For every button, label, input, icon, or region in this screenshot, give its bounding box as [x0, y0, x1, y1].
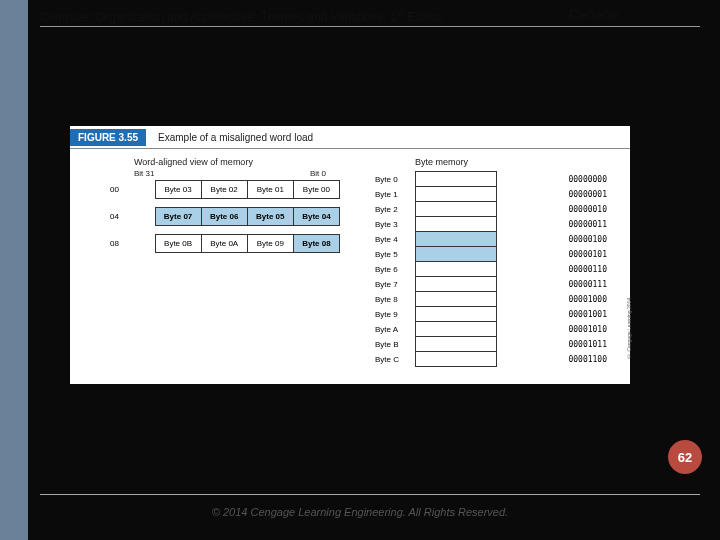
author-name: Clements — [569, 8, 620, 22]
word-view-title: Word-aligned view of memory — [110, 157, 340, 167]
word-cell: Byte 05 — [247, 208, 293, 226]
byte-cell — [416, 172, 497, 187]
row-address: 00 — [110, 181, 155, 199]
title-pre: Computer Organization and Architecture: … — [40, 10, 396, 24]
byte-row: Byte 600000110 — [375, 262, 607, 277]
bit-left-label: Bit 31 — [134, 169, 154, 178]
word-cell: Byte 02 — [201, 181, 247, 199]
byte-cell — [416, 337, 497, 352]
byte-table: Byte 000000000Byte 100000001Byte 2000000… — [375, 171, 607, 367]
byte-binary: 00000100 — [497, 232, 608, 247]
book-title: Computer Organization and Architecture: … — [40, 8, 443, 24]
byte-row: Byte C00001100 — [375, 352, 607, 367]
word-table: 00Byte 03Byte 02Byte 01Byte 0004Byte 07B… — [110, 180, 340, 253]
byte-cell — [416, 292, 497, 307]
row-address: 08 — [110, 235, 155, 253]
footer-rule — [40, 494, 700, 495]
copyright-footer: © 2014 Cengage Learning Engineering. All… — [0, 506, 720, 518]
byte-label: Byte 6 — [375, 262, 416, 277]
word-cell: Byte 0A — [201, 235, 247, 253]
byte-cell — [416, 322, 497, 337]
figure-caption: Example of a misaligned word load — [146, 132, 313, 143]
word-cell: Byte 08 — [293, 235, 339, 253]
title-post: Edition — [403, 10, 443, 24]
byte-binary: 00001010 — [497, 322, 608, 337]
byte-cell — [416, 187, 497, 202]
figure-credit: © Cengage Learning 2014 — [626, 209, 632, 359]
byte-binary: 00000110 — [497, 262, 608, 277]
byte-binary: 00001100 — [497, 352, 608, 367]
figure-header: FIGURE 3.55 Example of a misaligned word… — [70, 126, 630, 149]
word-cell: Byte 0B — [155, 235, 201, 253]
word-aligned-view: Word-aligned view of memory Bit 31 Bit 0… — [110, 157, 340, 253]
figure-container: FIGURE 3.55 Example of a misaligned word… — [70, 126, 630, 384]
bit-right-label: Bit 0 — [310, 169, 326, 178]
byte-row: Byte B00001011 — [375, 337, 607, 352]
byte-binary: 00000111 — [497, 277, 608, 292]
byte-cell — [416, 217, 497, 232]
byte-label: Byte 0 — [375, 172, 416, 187]
byte-cell — [416, 232, 497, 247]
byte-label: Byte 3 — [375, 217, 416, 232]
byte-label: Byte 5 — [375, 247, 416, 262]
byte-binary: 00000010 — [497, 202, 608, 217]
byte-row: Byte 900001001 — [375, 307, 607, 322]
byte-label: Byte 4 — [375, 232, 416, 247]
byte-row: Byte 700000111 — [375, 277, 607, 292]
word-cell: Byte 00 — [293, 181, 339, 199]
byte-row: Byte 400000100 — [375, 232, 607, 247]
header-rule — [40, 26, 700, 27]
byte-row: Byte 000000000 — [375, 172, 607, 187]
byte-cell — [416, 277, 497, 292]
byte-row: Byte 800001000 — [375, 292, 607, 307]
byte-row: Byte 100000001 — [375, 187, 607, 202]
byte-memory-view: Byte memory Byte 000000000Byte 100000001… — [375, 157, 607, 367]
bit-range: Bit 31 Bit 0 — [134, 169, 326, 178]
byte-row: Byte 300000011 — [375, 217, 607, 232]
byte-row: Byte A00001010 — [375, 322, 607, 337]
figure-badge: FIGURE 3.55 — [70, 129, 146, 146]
word-cell: Byte 01 — [247, 181, 293, 199]
byte-binary: 00001011 — [497, 337, 608, 352]
word-row: 08Byte 0BByte 0AByte 09Byte 08 — [110, 235, 340, 253]
word-cell: Byte 07 — [155, 208, 201, 226]
byte-label: Byte 7 — [375, 277, 416, 292]
byte-label: Byte 2 — [375, 202, 416, 217]
byte-view-title: Byte memory — [375, 157, 607, 167]
byte-label: Byte C — [375, 352, 416, 367]
word-cell: Byte 06 — [201, 208, 247, 226]
byte-cell — [416, 307, 497, 322]
word-row: 00Byte 03Byte 02Byte 01Byte 00 — [110, 181, 340, 199]
byte-row: Byte 200000010 — [375, 202, 607, 217]
byte-label: Byte A — [375, 322, 416, 337]
slide-header: Computer Organization and Architecture: … — [40, 8, 700, 24]
side-accent — [0, 0, 28, 540]
word-cell: Byte 09 — [247, 235, 293, 253]
page-number-badge: 62 — [668, 440, 702, 474]
byte-binary: 00000101 — [497, 247, 608, 262]
byte-cell — [416, 202, 497, 217]
byte-label: Byte 1 — [375, 187, 416, 202]
word-row: 04Byte 07Byte 06Byte 05Byte 04 — [110, 208, 340, 226]
byte-cell — [416, 247, 497, 262]
byte-row: Byte 500000101 — [375, 247, 607, 262]
byte-binary: 00001001 — [497, 307, 608, 322]
byte-cell — [416, 262, 497, 277]
byte-binary: 00000000 — [497, 172, 608, 187]
byte-binary: 00000011 — [497, 217, 608, 232]
figure-body: Word-aligned view of memory Bit 31 Bit 0… — [70, 149, 630, 379]
word-cell: Byte 03 — [155, 181, 201, 199]
byte-binary: 00001000 — [497, 292, 608, 307]
row-address: 04 — [110, 208, 155, 226]
word-cell: Byte 04 — [293, 208, 339, 226]
byte-cell — [416, 352, 497, 367]
byte-binary: 00000001 — [497, 187, 608, 202]
byte-label: Byte 9 — [375, 307, 416, 322]
byte-label: Byte 8 — [375, 292, 416, 307]
byte-label: Byte B — [375, 337, 416, 352]
